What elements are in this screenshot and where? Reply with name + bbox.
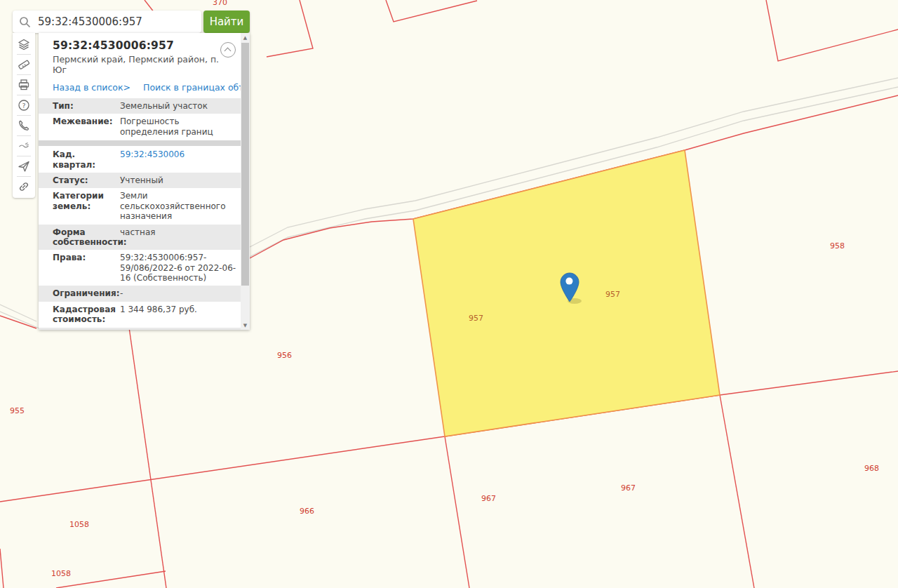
search-input[interactable] xyxy=(36,15,201,29)
info-row-value: 1 344 986,37 руб. xyxy=(120,305,236,325)
info-row-label: Тип: xyxy=(53,101,120,111)
svg-text:?: ? xyxy=(22,102,25,109)
info-row-label: Кад. квартал: xyxy=(53,149,120,170)
info-row-value: Земельный участок xyxy=(120,101,236,111)
parcel-number-label: 1058 xyxy=(69,520,89,529)
parcel-number-label: 958 xyxy=(830,241,845,250)
info-row: Межевание:Погрешность определения границ xyxy=(39,114,241,140)
info-row: Статус:Учтенный xyxy=(39,173,241,188)
help-icon[interactable]: ? xyxy=(13,97,35,114)
parcel-address: Пермский край, Пермский район, п. Юг xyxy=(53,54,222,75)
sign-language-icon[interactable] xyxy=(13,138,35,154)
info-row-label: Межевание: xyxy=(53,116,120,137)
parcel-number-label: 967 xyxy=(621,483,636,493)
search-within-object-link[interactable]: Поиск в границах объекта> xyxy=(143,82,250,93)
panel-header: 59:32:4530006:957 Пермский край, Пермски… xyxy=(39,33,250,75)
scroll-down-arrow[interactable]: ▼ xyxy=(241,321,250,330)
sidebar-divider xyxy=(17,156,31,156)
back-to-list-link[interactable]: Назад в список> xyxy=(53,82,130,93)
phone-icon[interactable] xyxy=(13,117,35,134)
sidebar-divider xyxy=(17,135,31,136)
search-icon xyxy=(19,16,31,28)
info-row: Права:59:32:4530006:957-59/086/2022-6 от… xyxy=(39,250,241,286)
sidebar-divider xyxy=(17,115,31,116)
info-row: Кад. квартал:59:32:4530006 xyxy=(39,147,241,173)
scroll-up-arrow[interactable]: ▲ xyxy=(241,33,250,42)
tool-sidebar: ? xyxy=(13,33,35,198)
measure-icon[interactable] xyxy=(13,56,35,73)
row-divider-bar xyxy=(39,140,241,146)
parcel-number-label: 967 xyxy=(481,494,496,503)
info-row-value: Учтенный xyxy=(120,175,236,185)
info-row: Тип:Земельный участок xyxy=(39,98,241,114)
sidebar-divider xyxy=(17,74,31,75)
info-row-value: - xyxy=(120,288,236,298)
info-row-label: Права: xyxy=(53,253,120,283)
parcel-number-label: 1058 xyxy=(51,569,71,578)
info-row-label: Форма собственности: xyxy=(53,227,120,248)
panel-scrollbar: ▲ ▼ xyxy=(241,33,250,330)
info-row: Ограничения:- xyxy=(39,286,241,301)
info-row-label: Ограничения: xyxy=(53,288,120,298)
info-row: Кадастровая стоимость:1 344 986,37 руб. xyxy=(39,302,241,328)
parcel-number-label: 957 xyxy=(605,290,620,299)
parcel-number-label: 957 xyxy=(469,314,483,323)
info-rows: Тип:Земельный участокМежевание:Погрешнос… xyxy=(39,98,241,330)
parcel-info-panel: 59:32:4530006:957 Пермский край, Пермски… xyxy=(39,33,250,330)
sidebar-divider xyxy=(17,95,31,95)
parcel-number-label: 956 xyxy=(277,351,292,360)
panel-links: Назад в список> Поиск в границах объекта… xyxy=(39,75,250,98)
info-row-label: Кадастровая стоимость: xyxy=(53,305,120,325)
link-icon[interactable] xyxy=(13,178,35,195)
info-row-value: Погрешность определения границ xyxy=(120,116,236,137)
info-row-value: Земли сельскохозяйственного назначения xyxy=(120,191,236,221)
map-marker-icon xyxy=(558,272,586,305)
search-button[interactable]: Найти xyxy=(203,11,250,33)
parcel-number-label: 370 xyxy=(213,0,227,7)
sidebar-divider xyxy=(17,54,31,55)
parcel-number-label: 966 xyxy=(300,507,314,516)
parcel-number-label: 955 xyxy=(10,406,25,415)
search-bar xyxy=(13,11,201,33)
info-row-label: Категории земель: xyxy=(53,191,120,221)
sidebar-divider xyxy=(17,176,31,177)
send-icon[interactable] xyxy=(13,158,35,175)
info-row-label: Статус: xyxy=(53,175,120,185)
layers-icon[interactable] xyxy=(13,36,35,53)
scrollbar-thumb[interactable] xyxy=(241,43,249,286)
print-icon[interactable] xyxy=(13,76,35,93)
parcel-number-label: 968 xyxy=(864,464,879,473)
info-row-value-link[interactable]: 59:32:4530006 xyxy=(120,149,236,170)
info-row-value: частная xyxy=(120,227,236,248)
info-row: Форма собственности:частная xyxy=(39,225,241,250)
info-row-value: 59:32:4530006:957-59/086/2022-6 от 2022-… xyxy=(120,253,236,283)
info-row: Категории земель:Земли сельскохозяйствен… xyxy=(39,188,241,224)
info-row: Уточненная площадь:4 473 кв. м xyxy=(39,328,241,330)
parcel-title: 59:32:4530006:957 xyxy=(53,39,222,52)
collapse-panel-button[interactable] xyxy=(220,42,236,58)
